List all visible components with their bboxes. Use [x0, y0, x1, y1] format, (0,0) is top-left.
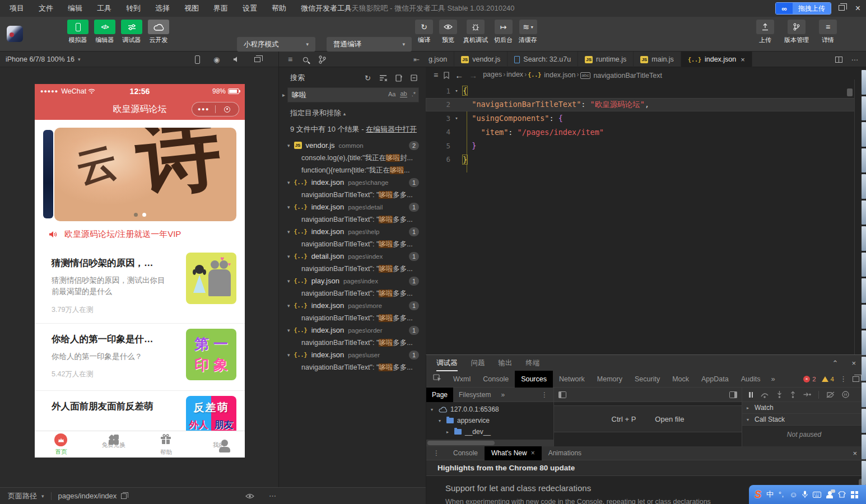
drawer-menu-icon[interactable]: ⋮: [426, 449, 446, 457]
tab-1-exchange-grid-icon[interactable]: 免费兑换: [87, 431, 140, 458]
close-tab-icon[interactable]: ×: [531, 449, 535, 457]
tab-overflow-icon[interactable]: ⇤: [412, 52, 422, 67]
devtools-tab-audits[interactable]: Audits: [735, 371, 767, 388]
toggle-replace-icon[interactable]: ▸: [282, 92, 285, 98]
more-dots-icon[interactable]: ●●●: [192, 106, 215, 112]
mode-button-2[interactable]: 调试器: [121, 20, 142, 44]
code-line-3[interactable]: 3 ▾ "usingComponents": {: [426, 111, 855, 125]
tab-2-help-gift-icon[interactable]: 帮助: [140, 431, 193, 458]
breadcrumb-item[interactable]: abcnavigationBarTitleText: [580, 72, 662, 80]
match-case-icon[interactable]: Aa: [388, 91, 395, 97]
menu-item-1[interactable]: 文件: [31, 0, 60, 17]
sources-side-tab-page[interactable]: Page: [426, 388, 453, 402]
code-line-4[interactable]: 4 "item": "/pages/index/item": [426, 125, 855, 139]
debugger-panel-tab-0[interactable]: 调试器: [436, 358, 458, 371]
close-tab-icon[interactable]: ×: [741, 55, 745, 64]
search-match[interactable]: navigationBarTitleText": "哆啦多多...: [279, 361, 426, 374]
search-result-file-4[interactable]: ▾ {..}detail.json pages\index 1: [279, 250, 426, 263]
tree-hscrollbar[interactable]: [426, 440, 553, 446]
punctuation-icon[interactable]: °,: [779, 491, 784, 498]
capsule-menu[interactable]: ●●●: [192, 102, 239, 116]
mode-button-0[interactable]: 模拟器: [67, 20, 89, 44]
page-path-label[interactable]: 页面路径: [8, 491, 37, 501]
breadcrumb[interactable]: pages›index›{..}index.json›abcnavigation…: [483, 71, 662, 80]
mode-button-1[interactable]: </> 编辑器: [94, 20, 115, 44]
search-result-file-3[interactable]: ▾ {..}index.json pages\help 1: [279, 226, 426, 238]
menu-item-2[interactable]: 编辑: [60, 0, 90, 17]
fold-icon[interactable]: ▾: [450, 115, 463, 121]
action-compile-icon[interactable]: ↻ 编译: [415, 20, 433, 44]
fold-icon[interactable]: ▾: [450, 88, 463, 94]
breadcrumb-item[interactable]: {..}index.json: [528, 71, 575, 79]
tab-0-home-crown-icon[interactable]: 首页: [35, 431, 87, 458]
ime-toolbar[interactable]: S 中 °, ☺: [749, 485, 866, 504]
window-close-icon[interactable]: ×: [855, 2, 860, 15]
debugger-panel-tab-1[interactable]: 问题: [471, 358, 485, 368]
devtools-tab-console[interactable]: Console: [477, 371, 515, 388]
sources-side-tab-filesystem[interactable]: Filesystem: [453, 388, 496, 402]
search-result-file-1[interactable]: ▾ {..}index.json pages\change 1: [279, 176, 426, 189]
nav-back-icon[interactable]: ←: [455, 71, 463, 80]
collapse-all-icon[interactable]: [411, 74, 418, 81]
search-match[interactable]: navigationBarTitleText": "哆啦多多...: [279, 189, 426, 201]
search-match[interactable]: navigationBarTitleText": "哆啦多多...: [279, 312, 426, 324]
open-in-editor-link[interactable]: 在编辑器中打开: [366, 125, 417, 133]
toggle-debugger-sidebar-icon[interactable]: [729, 391, 737, 398]
action-upload-icon[interactable]: 上传: [756, 20, 774, 44]
open-in-editor-icon[interactable]: [395, 74, 402, 82]
devtools-tab-appdata[interactable]: AppData: [695, 371, 735, 388]
search-result-file-2[interactable]: ▾ {..}index.json pages\detail 1: [279, 201, 426, 213]
deactivate-breakpoints-icon[interactable]: [826, 391, 835, 398]
dock-side-icon[interactable]: [853, 376, 859, 382]
carousel-slide-image[interactable]: 云 诗: [54, 128, 236, 221]
pause-on-exceptions-icon[interactable]: [842, 391, 849, 398]
error-badge[interactable]: ×2: [803, 376, 816, 382]
action-background-icon[interactable]: ↦ 切后台: [494, 20, 513, 44]
debugger-panel-tab-3[interactable]: 终端: [526, 358, 540, 368]
step-into-icon[interactable]: [776, 391, 783, 398]
tree-item-2[interactable]: ▸ __dev__: [426, 426, 553, 437]
search-match[interactable]: navigationBarTitleText": "哆啦多多...: [279, 263, 426, 275]
clear-results-icon[interactable]: [379, 74, 387, 81]
menu-item-5[interactable]: 选择: [148, 0, 177, 17]
microphone-icon[interactable]: [802, 491, 808, 498]
devtools-tab-memory[interactable]: Memory: [591, 371, 628, 388]
split-editor-icon[interactable]: [835, 57, 842, 63]
search-match[interactable]: navigationBarTitleText": "哆啦多多...: [279, 238, 426, 250]
search-result-file-0[interactable]: ▾ JSvendor.js common 2: [279, 139, 426, 152]
menu-item-9[interactable]: 帮助: [264, 0, 294, 17]
action-cache-icon[interactable]: ≋▾ 清缓存: [519, 20, 537, 44]
sogou-logo-icon[interactable]: S: [755, 489, 761, 501]
outline-icon[interactable]: ≡: [434, 71, 438, 80]
bookmark-icon[interactable]: [444, 72, 449, 79]
step-over-icon[interactable]: [760, 391, 769, 398]
editor-tab-4[interactable]: JSmain.js: [634, 52, 681, 67]
tab-3-profile-person-icon[interactable]: 我的: [192, 431, 245, 458]
minimize-target-icon[interactable]: [216, 106, 239, 113]
code-line-6[interactable]: 6 }: [426, 153, 855, 167]
editor-tab-3[interactable]: JSruntime.js: [578, 52, 634, 67]
notice-bar[interactable]: 欧皇源码论坛/注册就送一年VIP: [35, 225, 245, 243]
banner-carousel[interactable]: 云 诗: [35, 128, 245, 221]
keyboard-icon[interactable]: [813, 492, 821, 498]
menu-item-6[interactable]: 视图: [177, 0, 206, 17]
regex-icon[interactable]: .*: [412, 91, 416, 97]
action-preview-icon[interactable]: 预览: [439, 20, 457, 44]
device-selector[interactable]: iPhone 6/7/8 100% 16: [6, 55, 75, 63]
warning-badge[interactable]: 4: [822, 376, 834, 382]
collapse-panel-icon[interactable]: ⌃: [832, 359, 839, 367]
record-icon[interactable]: ◉: [213, 55, 220, 64]
whole-word-icon[interactable]: ab: [400, 90, 407, 97]
close-panel-icon[interactable]: ×: [851, 359, 856, 367]
navigator-menu-icon[interactable]: ⋮: [541, 391, 553, 399]
tree-item-0[interactable]: ▾ 127.0.0.1:65368: [426, 404, 553, 415]
search-result-file-8[interactable]: ▾ {..}index.json pages\user 1: [279, 349, 426, 361]
ime-account-icon[interactable]: [826, 491, 833, 498]
search-result-file-5[interactable]: ▾ {..}play.json pages\index 1: [279, 275, 426, 287]
menu-item-8[interactable]: 设置: [235, 0, 264, 17]
mode-button-3[interactable]: 云开发: [148, 20, 169, 44]
user-avatar[interactable]: [7, 26, 23, 42]
editor-scrollbar[interactable]: [854, 80, 855, 354]
step-out-icon[interactable]: [790, 391, 796, 398]
nav-forward-icon[interactable]: →: [469, 71, 477, 80]
